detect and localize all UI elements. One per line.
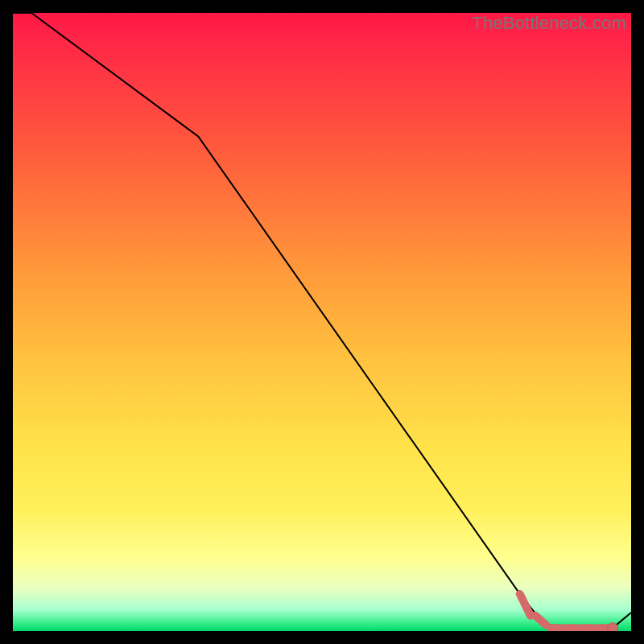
bottleneck-chart [13,13,631,631]
chart-frame: TheBottleneck.com [13,13,631,631]
gradient-background [13,13,631,631]
optimal-point-dot [608,623,618,631]
